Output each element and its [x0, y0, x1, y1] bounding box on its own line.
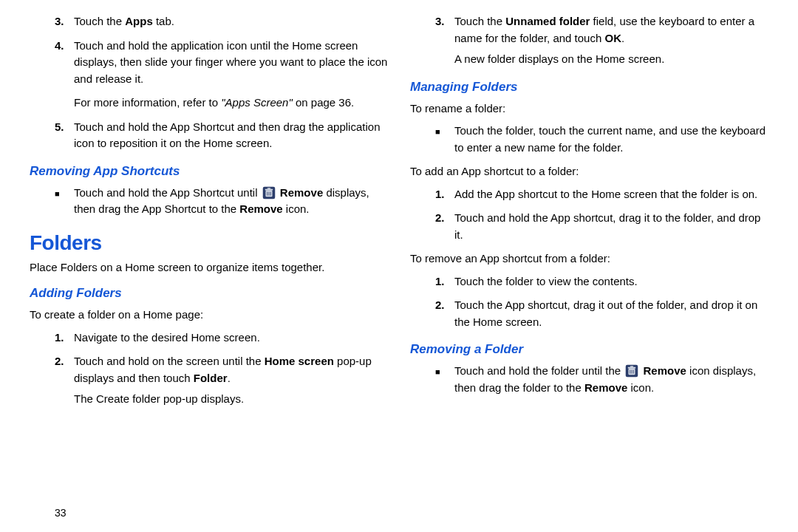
heading-folders: Folders: [30, 231, 388, 255]
step-number: 1.: [410, 273, 454, 290]
right-column: 3. Touch the Unnamed folder field, use t…: [410, 13, 768, 532]
addshort-lead: To add an App shortcut to a folder:: [410, 163, 768, 180]
remove-icon: [262, 186, 276, 200]
step-text: Touch and hold the App Shortcut and then…: [74, 119, 388, 152]
step-number: 5.: [30, 119, 74, 152]
page-number: 33: [30, 499, 388, 532]
bulleted-list: ■ Touch the folder, touch the current na…: [410, 123, 768, 163]
list-item: 2. Touch the App shortcut, drag it out o…: [410, 297, 768, 330]
steps-list-continued: 3. Touch the Apps tab. 4. Touch and hold…: [30, 13, 388, 95]
bullet-text: Touch and hold the folder until the Remo…: [454, 363, 768, 396]
step-number: 2.: [30, 353, 74, 408]
adding-lead: To create a folder on a Home page:: [30, 307, 388, 324]
manual-page: 3. Touch the Apps tab. 4. Touch and hold…: [0, 0, 798, 532]
step-text: Touch the folder to view the contents.: [454, 273, 768, 290]
removeshort-lead: To remove an App shortcut from a folder:: [410, 250, 768, 267]
step-result: A new folder displays on the Home screen…: [454, 51, 768, 68]
bullet-icon: ■: [30, 185, 74, 218]
heading-managing-folders: Managing Folders: [410, 80, 768, 95]
left-column: 3. Touch the Apps tab. 4. Touch and hold…: [30, 13, 388, 532]
step-text: Navigate to the desired Home screen.: [74, 330, 388, 347]
step-number: 1.: [30, 330, 74, 347]
steps-list-continued: 5. Touch and hold the App Shortcut and t…: [30, 119, 388, 160]
list-item: 4. Touch and hold the application icon u…: [30, 38, 388, 88]
addshort-steps: 1. Add the App shortcut to the Home scre…: [410, 186, 768, 251]
heading-removing-app-shortcuts: Removing App Shortcuts: [30, 164, 388, 179]
list-item: ■ Touch and hold the folder until the Re…: [410, 363, 768, 396]
heading-removing-folder: Removing a Folder: [410, 342, 768, 357]
step-number: 1.: [410, 186, 454, 203]
step-number: 4.: [30, 38, 74, 88]
list-item: 2. Touch and hold on the screen until th…: [30, 353, 388, 408]
step-text: Touch and hold the application icon unti…: [74, 38, 388, 88]
step-result: The Create folder pop-up displays.: [74, 391, 388, 408]
list-item: 3. Touch the Apps tab.: [30, 13, 388, 30]
adding-steps: 1. Navigate to the desired Home screen. …: [30, 330, 388, 415]
bullet-text: Touch the folder, touch the current name…: [454, 123, 768, 156]
heading-adding-folders: Adding Folders: [30, 286, 388, 301]
list-item: 1. Touch the folder to view the contents…: [410, 273, 768, 290]
steps-list-continued: 3. Touch the Unnamed folder field, use t…: [410, 13, 768, 75]
list-item: 1. Add the App shortcut to the Home scre…: [410, 186, 768, 203]
list-item: ■ Touch the folder, touch the current na…: [410, 123, 768, 156]
step-text: Touch the App shortcut, drag it out of t…: [454, 297, 768, 330]
removeshort-steps: 1. Touch the folder to view the contents…: [410, 273, 768, 338]
rename-lead: To rename a folder:: [410, 100, 768, 117]
step-number: 2.: [410, 210, 454, 243]
step-text: Touch the Unnamed folder field, use the …: [454, 13, 768, 68]
list-item: ■ Touch and hold the App Shortcut until …: [30, 185, 388, 218]
step-number: 3.: [30, 13, 74, 30]
bullet-icon: ■: [410, 123, 454, 156]
remove-icon: [625, 364, 638, 378]
step-number: 2.: [410, 297, 454, 330]
step-text: Touch and hold the App shortcut, drag it…: [454, 210, 768, 243]
step-text: Add the App shortcut to the Home screen …: [454, 186, 768, 203]
list-item: 3. Touch the Unnamed folder field, use t…: [410, 13, 768, 68]
bullet-icon: ■: [410, 363, 454, 396]
bulleted-list: ■ Touch and hold the App Shortcut until …: [30, 185, 388, 225]
bullet-text: Touch and hold the App Shortcut until Re…: [74, 185, 388, 218]
list-item: 5. Touch and hold the App Shortcut and t…: [30, 119, 388, 152]
list-item: 2. Touch and hold the App shortcut, drag…: [410, 210, 768, 243]
list-item: 1. Navigate to the desired Home screen.: [30, 330, 388, 347]
bulleted-list: ■ Touch and hold the folder until the Re…: [410, 363, 768, 403]
cross-reference: For more information, refer to "Apps Scr…: [30, 95, 388, 112]
step-text: Touch the Apps tab.: [74, 13, 388, 30]
step-text: Touch and hold on the screen until the H…: [74, 353, 388, 408]
step-number: 3.: [410, 13, 454, 68]
folders-intro: Place Folders on a Home screen to organi…: [30, 259, 388, 276]
